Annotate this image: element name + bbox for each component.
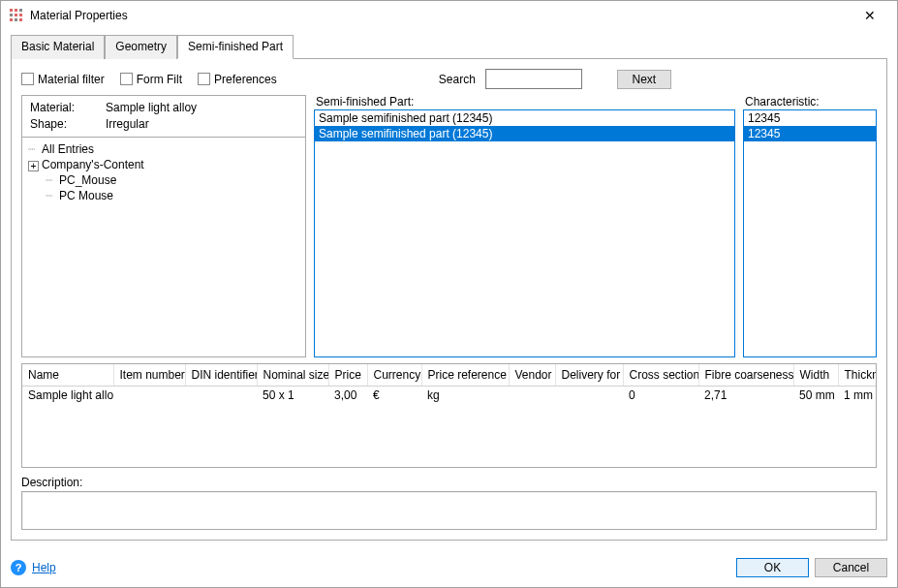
- svg-rect-2: [19, 9, 22, 12]
- svg-rect-7: [15, 18, 17, 21]
- list-item[interactable]: 12345: [744, 110, 876, 126]
- col-item-number[interactable]: Item number: [113, 364, 185, 387]
- content-area: Basic Material Geometry Semi-finished Pa…: [1, 30, 897, 550]
- help-link[interactable]: Help: [32, 561, 56, 574]
- ok-button[interactable]: OK: [736, 558, 809, 577]
- close-button[interactable]: ✕: [851, 8, 889, 23]
- preferences-checkbox[interactable]: Preferences: [198, 73, 277, 86]
- col-thickness[interactable]: Thickness: [838, 364, 877, 387]
- list-item[interactable]: Sample semifinished part (12345): [315, 110, 734, 126]
- svg-rect-1: [15, 9, 17, 12]
- cancel-button[interactable]: Cancel: [815, 558, 887, 577]
- svg-rect-0: [10, 9, 13, 12]
- details-table: Name Item number DIN identifier Nominal …: [22, 364, 877, 404]
- filter-row: Material filter Form Filt Preferences Se…: [21, 69, 877, 89]
- tab-semi-finished-part[interactable]: Semi-finished Part: [177, 35, 294, 59]
- search-input[interactable]: [485, 69, 582, 89]
- col-din[interactable]: DIN identifier: [185, 364, 257, 387]
- cell-vendor: [509, 387, 555, 405]
- tab-geometry[interactable]: Geometry: [105, 35, 177, 59]
- col-name[interactable]: Name: [22, 364, 113, 387]
- list-item[interactable]: 12345: [744, 126, 876, 141]
- cell-din: [185, 387, 257, 405]
- col-price-ref[interactable]: Price reference: [421, 364, 509, 387]
- left-column: Material:Sample light alloy Shape:Irregu…: [21, 95, 306, 357]
- material-info-box: Material:Sample light alloy Shape:Irregu…: [21, 95, 306, 138]
- col-price[interactable]: Price: [328, 364, 367, 387]
- description-area: Description:: [21, 474, 877, 530]
- semi-finished-part-list[interactable]: Sample semifinished part (12345) Sample …: [314, 109, 735, 357]
- cell-price: 3,00: [328, 387, 367, 405]
- material-filter-checkbox[interactable]: Material filter: [21, 73, 105, 86]
- material-label: Material:: [30, 101, 98, 114]
- form-filt-checkbox[interactable]: Form Filt: [120, 73, 182, 86]
- cell-thickness: 1 mm: [838, 387, 877, 405]
- middle-area: Material:Sample light alloy Shape:Irregu…: [21, 95, 877, 357]
- form-filt-label: Form Filt: [137, 73, 182, 86]
- tree-item-pc-mouse-1[interactable]: ┈PC_Mouse: [28, 172, 299, 188]
- titlebar: Material Properties ✕: [1, 1, 897, 30]
- characteristic-list[interactable]: 12345 12345: [743, 109, 877, 357]
- app-icon: [9, 8, 24, 23]
- svg-rect-4: [15, 14, 17, 16]
- cell-currency: €: [367, 387, 421, 405]
- cell-fibre: 2,71: [698, 387, 793, 405]
- details-table-container: Name Item number DIN identifier Nominal …: [21, 363, 877, 468]
- help-icon[interactable]: ?: [11, 560, 26, 575]
- col-currency[interactable]: Currency: [367, 364, 421, 387]
- middle-column: Semi-finished Part: Sample semifinished …: [314, 95, 735, 357]
- window-title: Material Properties: [30, 9, 851, 22]
- shape-label: Shape:: [30, 117, 98, 131]
- col-fibre[interactable]: Fibre coarseness: [698, 364, 793, 387]
- cell-cross: 0: [623, 387, 698, 405]
- table-row[interactable]: Sample light alloy 50 x 1 3,00 € kg 0 2,…: [22, 387, 877, 405]
- col-cross[interactable]: Cross section: [623, 364, 698, 387]
- semi-finished-part-label: Semi-finished Part:: [314, 95, 735, 109]
- characteristic-label: Characteristic:: [743, 95, 877, 109]
- right-column: Characteristic: 12345 12345: [743, 95, 877, 357]
- search-label: Search: [439, 73, 476, 86]
- svg-rect-3: [10, 14, 13, 16]
- svg-rect-5: [19, 14, 22, 16]
- tab-strip: Basic Material Geometry Semi-finished Pa…: [11, 34, 887, 59]
- col-vendor[interactable]: Vendor: [509, 364, 555, 387]
- col-delivery[interactable]: Delivery for: [555, 364, 623, 387]
- preferences-label: Preferences: [214, 73, 277, 86]
- material-value: Sample light alloy: [106, 101, 197, 114]
- col-nominal[interactable]: Nominal size: [257, 364, 328, 387]
- next-button[interactable]: Next: [617, 70, 671, 89]
- col-width[interactable]: Width: [793, 364, 838, 387]
- cell-nominal: 50 x 1: [257, 387, 328, 405]
- svg-rect-6: [10, 18, 13, 21]
- tab-basic-material[interactable]: Basic Material: [11, 35, 105, 59]
- tree-item-all-entries[interactable]: ┈All Entries: [28, 141, 299, 157]
- cell-name: Sample light alloy: [22, 387, 113, 405]
- cell-width: 50 mm: [793, 387, 838, 405]
- category-tree[interactable]: ┈All Entries +Company's-Content ┈PC_Mous…: [21, 137, 306, 357]
- dialog-footer: ? Help OK Cancel: [1, 550, 897, 587]
- material-filter-label: Material filter: [38, 73, 105, 86]
- cell-price-ref: kg: [421, 387, 509, 405]
- shape-value: Irregular: [106, 117, 149, 131]
- svg-rect-8: [19, 18, 22, 21]
- tab-panel: Material filter Form Filt Preferences Se…: [11, 59, 887, 541]
- list-item[interactable]: Sample semifinished part (12345): [315, 126, 734, 141]
- tree-item-company-content[interactable]: +Company's-Content: [28, 157, 299, 172]
- cell-item-number: [113, 387, 185, 405]
- expand-icon[interactable]: +: [28, 161, 39, 171]
- material-properties-window: Material Properties ✕ Basic Material Geo…: [0, 0, 898, 588]
- tree-item-pc-mouse-2[interactable]: ┈PC Mouse: [28, 188, 299, 203]
- description-box[interactable]: [21, 491, 877, 530]
- table-header-row: Name Item number DIN identifier Nominal …: [22, 364, 877, 387]
- cell-delivery: [555, 387, 623, 405]
- description-label: Description:: [21, 474, 877, 491]
